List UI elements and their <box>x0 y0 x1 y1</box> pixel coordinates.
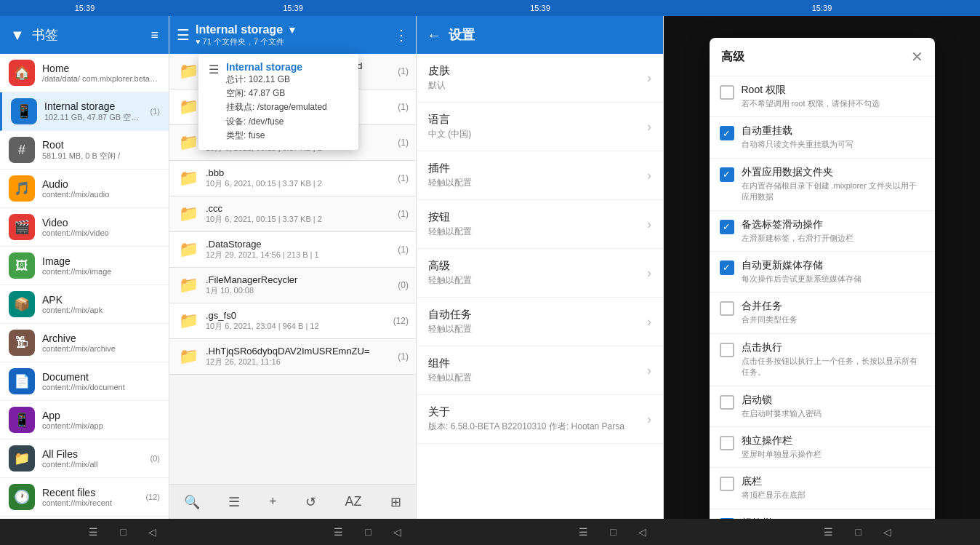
option-title-extfolder: 外置应用数据文件夹 <box>742 166 925 179</box>
settings-item-widgets[interactable]: 组件轻触以配置› <box>417 346 663 395</box>
checkbox-extfolder[interactable] <box>720 167 734 182</box>
dropdown-storage-item[interactable]: ☰ Internal storage 总计: 102.11 GB 空闲: 47.… <box>198 54 358 150</box>
refresh-button[interactable]: ↺ <box>298 490 324 514</box>
file-item[interactable]: 📁.HhTjqSRo6dybqDAV2ImUSREmnZU=12月 26, 20… <box>169 339 416 375</box>
advanced-option-startlock[interactable]: 启动锁在启动时要求输入密码 <box>710 386 935 427</box>
checkbox-remount[interactable] <box>720 126 734 140</box>
home-nav-btn-4[interactable]: □ <box>855 526 861 538</box>
settings-title-plugins: 插件 <box>428 162 641 175</box>
back-nav-btn-2[interactable]: ◁ <box>393 526 401 538</box>
close-icon[interactable]: ✕ <box>911 48 923 65</box>
file-name: .ccc <box>206 203 392 214</box>
advanced-option-root[interactable]: Root 权限若不希望调用 root 权限，请保持不勾选 <box>710 76 935 117</box>
option-desc-bottombar: 将顶栏显示在底部 <box>742 490 925 501</box>
checkbox-standalone[interactable] <box>720 436 734 450</box>
bookmark-icon-root: # <box>9 137 35 163</box>
file-count: (12) <box>393 316 409 326</box>
file-item[interactable]: 📁.ccc10月 6, 2021, 00:15 | 3.37 KB | 2(1) <box>169 196 416 232</box>
back-icon[interactable]: ← <box>427 27 441 44</box>
checkbox-root[interactable] <box>720 85 734 100</box>
option-desc-extfolder: 在内置存储根目录下创建 .mixplorer 文件夹以用于应用数据 <box>742 180 925 203</box>
bookmark-item-all[interactable]: 📁All Filescontent://mix/all(0) <box>0 439 169 478</box>
file-name: .HhTjqSRo6dybqDAV2ImUSREmnZU= <box>206 346 392 357</box>
file-item[interactable]: 📁.DataStorage12月 29, 2021, 14:56 | 213 B… <box>169 232 416 268</box>
settings-item-about[interactable]: 关于版本: 6.58.0-BETA B22010310 作者: Hootan P… <box>417 395 663 444</box>
settings-item-skin[interactable]: 皮肤默认› <box>417 54 663 103</box>
menu-nav-btn-2[interactable]: ☰ <box>334 526 343 538</box>
advanced-option-tabbar[interactable]: 标签栏显示独立标签栏 <box>710 509 935 519</box>
back-nav-btn-4[interactable]: ◁ <box>883 526 891 538</box>
bookmark-item-document[interactable]: 📄Documentcontent://mix/document <box>0 362 169 401</box>
bookmark-item-video[interactable]: 🎬Videocontent://mix/video <box>0 208 169 247</box>
checkbox-bottombar[interactable] <box>720 477 734 491</box>
nav-section-4: ☰ □ ◁ <box>735 519 980 545</box>
home-nav-btn-2[interactable]: □ <box>365 526 371 538</box>
option-desc-tapexec: 点击任务按钮以执行上一个任务，长按以显示所有任务。 <box>742 356 925 378</box>
option-title-root: Root 权限 <box>742 84 925 97</box>
hamburger-icon[interactable]: ☰ <box>177 26 190 44</box>
checkbox-startlock[interactable] <box>720 395 734 410</box>
checkbox-mergetask[interactable] <box>720 301 734 316</box>
sort-az-button[interactable]: AZ <box>338 490 369 514</box>
bookmark-name-root: Root <box>42 139 160 151</box>
advanced-option-tapexec[interactable]: 点击执行点击任务按钮以执行上一个任务，长按以显示所有任务。 <box>710 334 935 386</box>
home-nav-btn-3[interactable]: □ <box>610 526 616 538</box>
settings-item-plugins[interactable]: 插件轻触以配置› <box>417 151 663 200</box>
folder-icon: 📁 <box>177 345 200 368</box>
bookmark-name-document: Document <box>42 371 160 383</box>
file-item[interactable]: 📁.bbb10月 6, 2021, 00:15 | 3.37 KB | 2(1) <box>169 161 416 196</box>
checkbox-automedia[interactable] <box>720 260 734 275</box>
checkbox-tapexec[interactable] <box>720 343 734 357</box>
settings-title-about: 关于 <box>428 405 641 419</box>
folder-icon: 📁 <box>177 60 200 83</box>
advanced-option-standalone[interactable]: 独立操作栏竖屏时单独显示操作栏 <box>710 427 935 468</box>
bookmark-icon-home: 🏠 <box>9 60 35 86</box>
advanced-option-bottombar[interactable]: 底栏将顶栏显示在底部 <box>710 468 935 509</box>
list-view-button[interactable]: ☰ <box>221 490 247 514</box>
advanced-option-automedia[interactable]: 自动更新媒体存储每次操作后尝试更新系统媒体存储 <box>710 252 935 293</box>
settings-item-tasks[interactable]: 自动任务轻触以配置› <box>417 298 663 346</box>
files-title: Internal storage <box>196 23 283 36</box>
settings-item-advanced[interactable]: 高级轻触以配置› <box>417 249 663 298</box>
menu-nav-btn-3[interactable]: ☰ <box>579 526 588 538</box>
more-icon[interactable]: ⋮ <box>394 26 409 44</box>
bookmark-item-app[interactable]: 📱Appcontent://mix/app <box>0 401 169 439</box>
menu-nav-btn-1[interactable]: ☰ <box>89 526 98 538</box>
grid-view-button[interactable]: ⊞ <box>383 490 409 514</box>
bookmark-item-audio[interactable]: 🎵Audiocontent://mix/audio <box>0 170 169 208</box>
file-count: (1) <box>398 66 409 76</box>
dropdown-arrow-icon[interactable]: ▼ <box>287 24 297 36</box>
home-nav-btn-1[interactable]: □ <box>120 526 126 538</box>
advanced-option-mergetask[interactable]: 合并任务合并同类型任务 <box>710 293 935 333</box>
back-nav-btn-1[interactable]: ◁ <box>148 526 156 538</box>
bookmark-item-home[interactable]: 🏠Home/data/data/ com.mixplorer.beta/home <box>0 54 169 92</box>
advanced-option-tabswipe[interactable]: 备选标签滑动操作左滑新建标签，右滑打开侧边栏 <box>710 211 935 252</box>
menu-nav-btn-4[interactable]: ☰ <box>824 526 833 538</box>
search-button[interactable]: 🔍 <box>177 490 207 514</box>
advanced-option-remount[interactable]: 自动重挂载自动将只读文件夹重挂载为可写 <box>710 117 935 158</box>
bookmark-item-apk[interactable]: 📦APKcontent://mix/apk <box>0 285 169 324</box>
bookmark-item-internal[interactable]: 📱Internal storage102.11 GB, 47.87 GB 空闲 … <box>0 92 169 131</box>
folder-icon: 📁 <box>177 309 200 333</box>
bookmark-name-recent: Recent files <box>42 487 138 498</box>
advanced-option-extfolder[interactable]: 外置应用数据文件夹在内置存储根目录下创建 .mixplorer 文件夹以用于应用… <box>710 159 935 211</box>
sort-icon[interactable]: ≡ <box>150 28 158 43</box>
bookmark-item-archive[interactable]: 🗜Archivecontent://mix/archive <box>0 324 169 362</box>
bookmark-item-recent[interactable]: 🕐Recent filescontent://mix/recent(12) <box>0 478 169 517</box>
settings-subtitle-buttons: 轻触以配置 <box>428 226 641 238</box>
settings-item-lang[interactable]: 语言中文 (中国)› <box>417 103 663 151</box>
settings-item-buttons[interactable]: 按钮轻触以配置› <box>417 200 663 249</box>
add-button[interactable]: + <box>262 490 284 514</box>
bookmark-name-all: All Files <box>42 448 143 460</box>
settings-title-lang: 语言 <box>428 113 641 127</box>
bookmark-item-image[interactable]: 🖼Imagecontent://mix/image <box>0 247 169 285</box>
back-nav-btn-3[interactable]: ◁ <box>638 526 646 538</box>
option-title-standalone: 独立操作栏 <box>742 434 925 447</box>
bookmark-item-root[interactable]: #Root581.91 MB, 0 B 空闲 / <box>0 131 169 170</box>
file-item[interactable]: 📁.FileManagerRecycler1月 10, 00:08(0) <box>169 268 416 303</box>
file-item[interactable]: 📁.gs_fs010月 6, 2021, 23:04 | 964 B | 12(… <box>169 303 416 339</box>
chevron-right-icon: › <box>647 314 651 330</box>
option-title-automedia: 自动更新媒体存储 <box>742 259 925 272</box>
checkbox-tabswipe[interactable] <box>720 220 734 234</box>
advanced-dialog: 高级 ✕ Root 权限若不希望调用 root 权限，请保持不勾选自动重挂载自动… <box>710 38 935 519</box>
